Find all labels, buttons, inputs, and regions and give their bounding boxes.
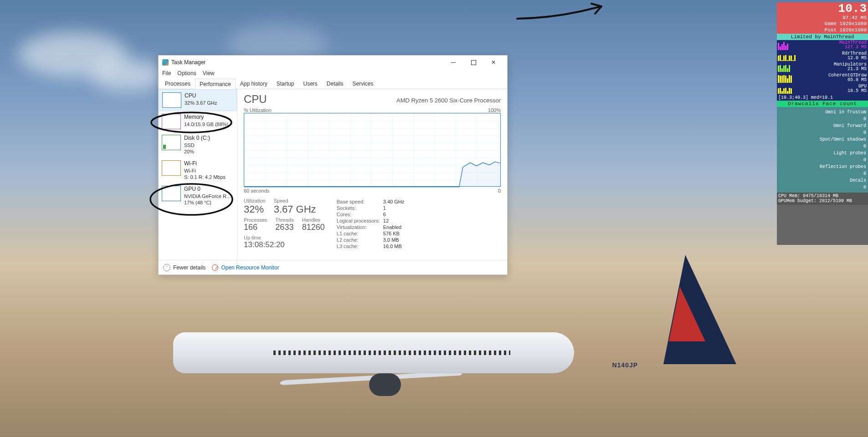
ov-game-res: Game 1920x1080 bbox=[778, 21, 867, 27]
task-manager-window: Task Manager ✕ File Options View Process… bbox=[158, 55, 508, 275]
aircraft-reg: N140JP bbox=[612, 361, 638, 369]
chart-ylabel: % Utilization bbox=[244, 107, 272, 113]
util-value: 32% bbox=[244, 203, 266, 215]
sb-wifi-name: Wi-Fi bbox=[184, 160, 226, 168]
sb-wifi-l1: Wi-Fi bbox=[184, 168, 226, 174]
sidebar-item-gpu[interactable]: GPU 0 NVIDIA GeForce R... 17% (48 °C) bbox=[159, 183, 237, 208]
tab-details[interactable]: Details bbox=[322, 78, 348, 89]
sb-disk-l2: 20% bbox=[184, 148, 210, 155]
sb-mem-name: Memory bbox=[184, 114, 228, 121]
cpu-line-path bbox=[244, 113, 500, 188]
cpu-spec-table: Base speed:3.40 GHz Sockets:1 Cores:6 Lo… bbox=[336, 198, 405, 250]
chart-xright: 0 bbox=[498, 188, 501, 193]
sb-gpu-l1: NVIDIA GeForce R... bbox=[184, 193, 231, 199]
tab-services[interactable]: Services bbox=[348, 78, 378, 89]
cpu-utilization-chart[interactable] bbox=[244, 113, 501, 187]
sb-gpu-l2: 17% (48 °C) bbox=[184, 199, 231, 206]
util-label: Utilization bbox=[244, 198, 266, 203]
cpu-thumb-icon bbox=[162, 92, 181, 108]
fewer-details-button[interactable]: ˄ Fewer details bbox=[163, 264, 205, 271]
chevron-up-icon: ˄ bbox=[163, 264, 170, 271]
ov-fps-block: 10.3 97.42 MS Game 1920x1080 Post 1920x1… bbox=[777, 2, 868, 34]
menu-options[interactable]: Options bbox=[177, 70, 196, 76]
sb-disk-name: Disk 0 (C:) bbox=[184, 135, 210, 142]
window-title: Task Manager bbox=[171, 59, 443, 66]
chart-ymax: 100% bbox=[488, 107, 501, 113]
perf-sidebar: CPU 32% 3.67 GHz Memory 14.0/15.9 GB (88… bbox=[159, 89, 237, 269]
menubar: File Options View bbox=[159, 69, 507, 78]
open-resource-monitor-link[interactable]: Open Resource Monitor bbox=[212, 264, 279, 271]
tab-performance[interactable]: Performance bbox=[195, 79, 236, 89]
main-title: CPU bbox=[244, 93, 267, 106]
handles-value: 81260 bbox=[302, 223, 325, 232]
sidebar-item-wifi[interactable]: Wi-Fi Wi-Fi S: 0.1 R: 4.2 Mbps bbox=[159, 158, 237, 183]
ov-gpu: GPU18.5 MS bbox=[777, 84, 868, 95]
wifi-thumb-icon bbox=[162, 160, 181, 176]
tm-footer: ˄ Fewer details Open Resource Monitor bbox=[159, 260, 507, 274]
orm-label: Open Resource Monitor bbox=[221, 264, 279, 271]
aircraft-illustration: N140JP bbox=[173, 255, 693, 401]
threads-value: 2633 bbox=[275, 223, 293, 232]
sb-disk-l1: SSD bbox=[184, 142, 210, 148]
speed-label: Speed bbox=[274, 198, 316, 203]
sb-gpu-name: GPU 0 bbox=[184, 186, 231, 193]
close-button[interactable]: ✕ bbox=[483, 56, 503, 69]
ov-manipulators: Manipulators21.3 MS bbox=[777, 62, 868, 73]
proc-value: 166 bbox=[244, 223, 267, 232]
gpu-thumb-icon bbox=[162, 186, 181, 201]
maximize-button[interactable] bbox=[463, 56, 483, 69]
speed-value: 3.67 GHz bbox=[274, 203, 316, 215]
ov-counters: Omni in frustum0 Omni forward0 Spot/Omni… bbox=[777, 107, 868, 193]
ov-drawcalls: Drawcalls Face count bbox=[777, 101, 868, 107]
threads-label: Threads bbox=[275, 217, 293, 223]
minimize-button[interactable] bbox=[443, 56, 463, 69]
ov-gpu-range: [10.3;40.3] med=19.1 bbox=[777, 95, 868, 101]
handles-label: Handles bbox=[302, 217, 325, 223]
sidebar-item-memory[interactable]: Memory 14.0/15.9 GB (88%) bbox=[159, 111, 237, 132]
sidebar-item-cpu[interactable]: CPU 32% 3.67 GHz bbox=[159, 89, 237, 111]
tab-startup[interactable]: Startup bbox=[272, 78, 299, 89]
proc-label: Processes bbox=[244, 217, 267, 223]
sb-mem-line: 14.0/15.9 GB (88%) bbox=[184, 121, 228, 127]
ov-limited: Limited by MainThread bbox=[777, 34, 868, 40]
perf-main: CPU AMD Ryzen 5 2600 Six-Core Processor … bbox=[237, 89, 507, 269]
sb-cpu-line: 32% 3.67 GHz bbox=[185, 100, 217, 106]
uptime-value: 13:08:52:20 bbox=[244, 240, 325, 249]
annotation-arrow-fps bbox=[515, 3, 606, 27]
cpu-model: AMD Ryzen 5 2600 Six-Core Processor bbox=[396, 97, 501, 104]
uptime-label: Up time bbox=[244, 235, 325, 240]
ov-coherent: CoherentGTDraw65.8 MS bbox=[777, 73, 868, 84]
menu-view[interactable]: View bbox=[203, 70, 215, 76]
tab-apphistory[interactable]: App history bbox=[236, 78, 272, 89]
chart-xleft: 60 seconds bbox=[244, 188, 269, 193]
disk-thumb-icon bbox=[162, 135, 181, 150]
sidebar-item-disk[interactable]: Disk 0 (C:) SSD 20% bbox=[159, 132, 237, 158]
tab-users[interactable]: Users bbox=[298, 78, 322, 89]
resource-monitor-icon bbox=[212, 264, 218, 271]
ov-rdrthread: RdrThread12.0 MS bbox=[777, 51, 868, 62]
fewer-label: Fewer details bbox=[173, 264, 205, 271]
sb-wifi-l2: S: 0.1 R: 4.2 Mbps bbox=[184, 174, 226, 180]
menu-file[interactable]: File bbox=[162, 70, 171, 76]
memory-thumb-icon bbox=[162, 114, 181, 129]
tabs: Processes Performance App history Startu… bbox=[159, 78, 507, 89]
taskmanager-icon bbox=[162, 59, 169, 66]
ov-post-res: Post 1920x1080 bbox=[778, 27, 867, 33]
ov-frametime: 97.42 MS bbox=[778, 15, 867, 21]
ov-memory: CPU Mem: 9475/16314 MB GPUMem budget: 28… bbox=[777, 193, 868, 205]
sb-cpu-name: CPU bbox=[185, 92, 217, 100]
fps-overlay: 10.3 97.42 MS Game 1920x1080 Post 1920x1… bbox=[777, 2, 868, 245]
ov-mainthread: MainThread127.3 MS bbox=[777, 40, 868, 51]
ov-footer-box bbox=[777, 205, 868, 245]
titlebar[interactable]: Task Manager ✕ bbox=[159, 56, 507, 69]
tab-processes[interactable]: Processes bbox=[160, 78, 195, 89]
ov-fps: 10.3 bbox=[778, 3, 867, 15]
